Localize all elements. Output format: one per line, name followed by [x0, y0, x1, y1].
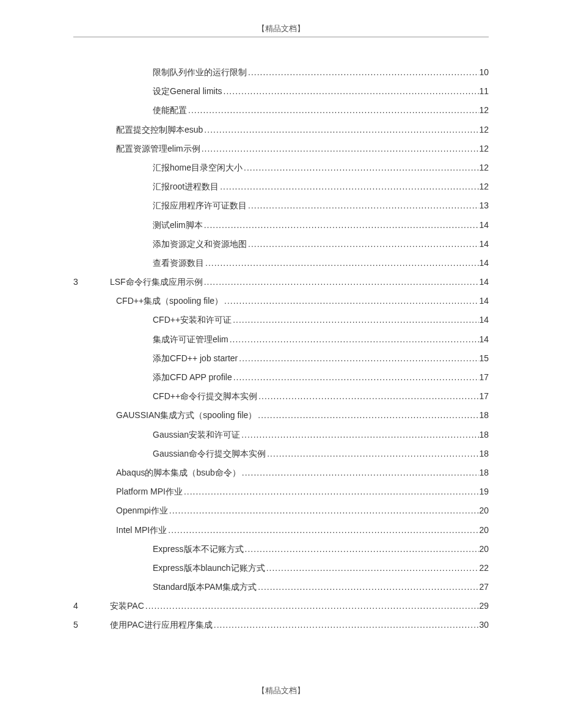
- toc-page-number: 18: [479, 468, 489, 477]
- toc-page-number: 20: [479, 506, 489, 515]
- toc-entry: Intel MPI作业20: [73, 525, 489, 544]
- toc-page-number: 11: [479, 86, 489, 96]
- toc-title: 汇报应用程序许可证数目: [73, 200, 247, 211]
- toc-page-number: 14: [479, 258, 489, 268]
- toc-entry: 汇报应用程序许可证数目13: [73, 200, 489, 219]
- toc-title: 配置资源管理elim示例: [73, 144, 200, 155]
- toc-page-number: 18: [479, 449, 489, 458]
- toc-title: Intel MPI作业: [73, 525, 167, 536]
- toc-leader-dots: [241, 468, 480, 477]
- page-footer: 【精品文档】: [0, 685, 562, 696]
- toc-title: 集成许可证管理elim: [73, 334, 228, 345]
- toc-title: LSF命令行集成应用示例: [92, 277, 203, 288]
- toc-title: Gaussian命令行提交脚本实例: [73, 449, 266, 460]
- table-of-contents: 限制队列作业的运行限制10设定General limits11使能配置12配置提…: [73, 67, 489, 639]
- toc-leader-dots: [265, 563, 480, 573]
- toc-entry: Gaussian安装和许可证18: [73, 430, 489, 449]
- toc-leader-dots: [244, 544, 480, 554]
- toc-entry: 3LSF命令行集成应用示例14: [73, 277, 489, 296]
- toc-page-number: 18: [479, 410, 489, 420]
- toc-title: Express版本不记账方式: [73, 544, 244, 555]
- toc-entry: Standard版本PAM集成方式27: [73, 582, 489, 601]
- toc-page-number: 10: [479, 67, 489, 77]
- toc-title: Standard版本PAM集成方式: [73, 582, 257, 593]
- toc-page-number: 14: [479, 239, 489, 249]
- toc-title: CFD++集成（spooling file）: [73, 296, 223, 307]
- toc-leader-dots: [203, 277, 480, 287]
- toc-page-number: 12: [479, 144, 489, 153]
- toc-leader-dots: [203, 220, 480, 230]
- toc-leader-dots: [213, 620, 480, 630]
- toc-page-number: 30: [479, 620, 489, 630]
- toc-title: 添加资源定义和资源地图: [73, 239, 247, 250]
- toc-title: 添加CFD APP profile: [73, 372, 232, 383]
- header-rule: [73, 37, 489, 37]
- toc-title: 添加CFD++ job starter: [73, 353, 238, 364]
- toc-entry: 添加资源定义和资源地图14: [73, 239, 489, 258]
- toc-page-number: 12: [479, 125, 489, 134]
- toc-leader-dots: [243, 163, 479, 172]
- toc-leader-dots: [247, 239, 479, 249]
- toc-title: Openmpi作业: [73, 506, 168, 517]
- toc-leader-dots: [200, 144, 480, 153]
- toc-page-number: 14: [479, 296, 489, 306]
- toc-title: 使能配置: [73, 105, 187, 116]
- toc-entry: 使能配置12: [73, 105, 489, 124]
- toc-title: CFD++安装和许可证: [73, 315, 232, 326]
- toc-page-number: 29: [479, 601, 489, 611]
- toc-title: Abaqus的脚本集成（bsub命令）: [73, 468, 241, 479]
- header-text: 【精品文档】: [257, 24, 305, 33]
- toc-title: Gaussian安装和许可证: [73, 430, 240, 441]
- toc-page-number: 12: [479, 105, 489, 115]
- toc-page-number: 12: [479, 163, 489, 172]
- toc-leader-dots: [257, 391, 479, 401]
- toc-title: 使用PAC进行应用程序集成: [92, 620, 213, 631]
- toc-title: Platform MPI作业: [73, 487, 183, 498]
- toc-leader-dots: [238, 353, 479, 363]
- toc-page-number: 15: [479, 353, 489, 363]
- toc-entry: 5使用PAC进行应用程序集成30: [73, 620, 489, 639]
- toc-page-number: 12: [479, 182, 489, 191]
- toc-entry: Express版本不记账方式20: [73, 544, 489, 563]
- toc-entry: 添加CFD APP profile17: [73, 372, 489, 391]
- toc-entry: 汇报home目录空闲大小12: [73, 163, 489, 182]
- toc-leader-dots: [266, 449, 479, 458]
- toc-leader-dots: [257, 410, 479, 420]
- toc-leader-dots: [232, 315, 479, 325]
- toc-entry: 测试elim脚本14: [73, 220, 489, 239]
- toc-leader-dots: [219, 182, 479, 191]
- toc-leader-dots: [187, 105, 479, 115]
- toc-title: CFD++命令行提交脚本实例: [73, 391, 257, 402]
- toc-title: Express版本blaunch记账方式: [73, 563, 265, 574]
- toc-entry: 4安装PAC29: [73, 601, 489, 620]
- toc-page-number: 19: [479, 487, 489, 496]
- toc-entry: Abaqus的脚本集成（bsub命令）18: [73, 468, 489, 487]
- toc-page-number: 18: [479, 430, 489, 439]
- toc-page-number: 22: [479, 563, 489, 573]
- toc-title: 查看资源数目: [73, 258, 204, 269]
- toc-entry: 设定General limits11: [73, 86, 489, 105]
- toc-leader-dots: [222, 86, 480, 96]
- toc-page-number: 14: [479, 315, 489, 325]
- toc-leader-dots: [223, 296, 479, 306]
- toc-entry: Platform MPI作业19: [73, 487, 489, 506]
- toc-leader-dots: [257, 582, 479, 592]
- toc-entry: 配置提交控制脚本esub12: [73, 125, 489, 144]
- toc-page-number: 13: [479, 200, 489, 210]
- toc-title: 限制队列作业的运行限制: [73, 67, 247, 78]
- toc-title: 安装PAC: [92, 601, 144, 612]
- toc-leader-dots: [232, 372, 480, 382]
- toc-entry: 限制队列作业的运行限制10: [73, 67, 489, 86]
- toc-title: 设定General limits: [73, 86, 222, 97]
- toc-title: 测试elim脚本: [73, 220, 203, 231]
- toc-entry: 添加CFD++ job starter15: [73, 353, 489, 372]
- toc-title: 汇报root进程数目: [73, 182, 219, 193]
- toc-entry: CFD++命令行提交脚本实例17: [73, 391, 489, 410]
- toc-section-number: 4: [73, 601, 92, 611]
- toc-page-number: 14: [479, 220, 489, 230]
- toc-entry: 配置资源管理elim示例12: [73, 144, 489, 163]
- toc-entry: GAUSSIAN集成方式（spooling file）18: [73, 410, 489, 429]
- page-header: 【精品文档】: [0, 23, 562, 34]
- toc-entry: CFD++集成（spooling file）14: [73, 296, 489, 315]
- toc-entry: 集成许可证管理elim14: [73, 334, 489, 353]
